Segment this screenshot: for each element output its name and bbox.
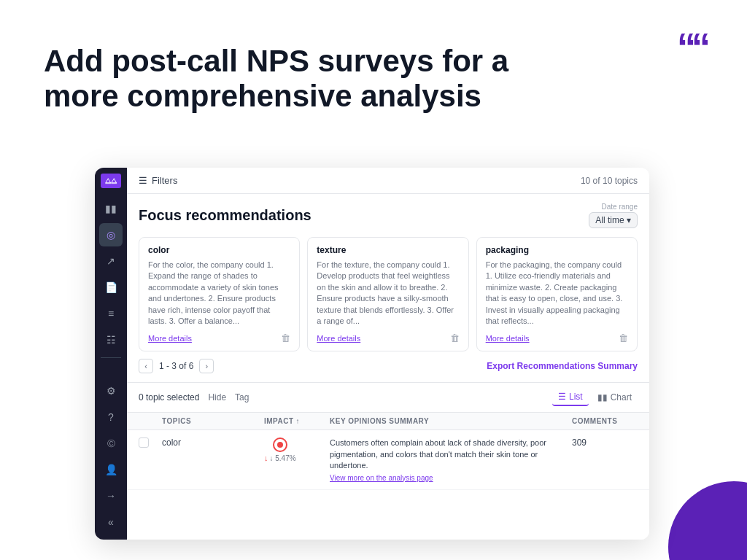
focus-title: Focus recommendations (139, 207, 311, 224)
table-header-summary: KEY OPINIONS SUMMARY (330, 417, 572, 425)
filters-label: Filters (152, 175, 177, 186)
main-content: ☰ Filters 10 of 10 topics Focus recommen… (127, 168, 649, 540)
trash-icon-packaging[interactable]: 🗑 (619, 332, 628, 343)
sidebar-icon-chart[interactable]: ▮▮ (99, 197, 123, 220)
trash-icon-color[interactable]: 🗑 (281, 332, 290, 343)
sidebar-logo[interactable]: ⧋⧋ (101, 174, 121, 188)
pagination-controls: ‹ 1 - 3 of 6 › (139, 359, 214, 373)
list-icon: ☰ (558, 392, 566, 402)
rec-card-packaging: packaging For the packaging, the company… (476, 237, 638, 351)
topics-toolbar: 0 topic selected Hide Tag ☰ List ▮▮ Char… (127, 383, 649, 413)
pagination-text: 1 - 3 of 6 (159, 361, 193, 371)
sidebar-icon-copyright[interactable]: Ⓒ (99, 432, 123, 455)
comments-count: 309 (572, 438, 587, 448)
more-details-color[interactable]: More details (148, 334, 192, 343)
focus-section: Focus recommendations Date range All tim… (127, 194, 649, 383)
tag-button[interactable]: Tag (235, 392, 249, 402)
sidebar-bottom: ⚙ ? Ⓒ 👤 → « (99, 379, 123, 534)
sidebar-icon-settings[interactable]: ⚙ (99, 379, 123, 402)
selected-count: 0 topic selected (139, 392, 199, 402)
table-header-checkbox (139, 417, 162, 425)
filters-icon: ☰ (139, 175, 147, 186)
purple-circle-decoration (668, 481, 747, 560)
card-title-color: color (148, 245, 290, 255)
impact-percentage: ↓ ↓ 5.47% (264, 454, 296, 462)
top-bar: ☰ Filters 10 of 10 topics (127, 168, 649, 194)
trash-icon-texture[interactable]: 🗑 (450, 332, 460, 343)
row-impact: ↓ ↓ 5.47% (264, 438, 330, 462)
row-checkbox[interactable] (139, 438, 162, 448)
rec-card-texture: texture For the texture, the company cou… (307, 237, 468, 351)
list-view-button[interactable]: ☰ List (552, 389, 589, 406)
filters-button[interactable]: ☰ Filters (139, 175, 177, 186)
topics-toolbar-left: 0 topic selected Hide Tag (139, 392, 249, 402)
summary-text: Customers often complain about lack of s… (330, 438, 572, 471)
date-range-control[interactable]: Date range All time ▾ (589, 203, 638, 228)
app-window: ⧋⧋ ▮▮ ◎ ↗ 📄 ≡ ☷ ⚙ ? Ⓒ 👤 → « ☰ Filters 10… (95, 168, 649, 540)
sidebar-icon-target[interactable]: ◎ (99, 223, 123, 246)
impact-indicator (273, 438, 287, 452)
sidebar-icon-grid[interactable]: ☷ (99, 328, 123, 351)
card-title-packaging: packaging (486, 245, 628, 255)
main-heading: Add post-call NPS surveys for a more com… (44, 44, 508, 114)
card-text-packaging: For the packaging, the company could 1. … (486, 260, 628, 327)
chart-view-button[interactable]: ▮▮ Chart (592, 389, 638, 405)
more-details-packaging[interactable]: More details (486, 334, 530, 343)
sidebar-icon-collapse[interactable]: « (99, 510, 123, 534)
topics-toolbar-right: ☰ List ▮▮ Chart (552, 389, 638, 406)
card-text-color: For the color, the company could 1. Expa… (148, 260, 290, 327)
cards-row: color For the color, the company could 1… (139, 237, 638, 351)
chart-icon: ▮▮ (597, 392, 608, 402)
table-header: TOPICS IMPACT↑ KEY OPINIONS SUMMARY COMM… (127, 413, 649, 430)
sidebar-icon-trends[interactable]: ↗ (99, 249, 123, 273)
card-text-texture: For the texture, the company could 1. De… (317, 260, 459, 327)
prev-page-button[interactable]: ‹ (139, 359, 153, 373)
sidebar: ⧋⧋ ▮▮ ◎ ↗ 📄 ≡ ☷ ⚙ ? Ⓒ 👤 → « (95, 168, 127, 540)
date-range-select[interactable]: All time ▾ (589, 212, 638, 228)
table-row: color ↓ ↓ 5.47% Customers often compl (127, 430, 649, 489)
sidebar-icon-exit[interactable]: → (99, 484, 123, 508)
sidebar-icon-user[interactable]: 👤 (99, 458, 123, 481)
table-header-impact[interactable]: IMPACT↑ (264, 417, 330, 425)
quote-decoration: ““ (677, 28, 706, 66)
table-header-topics: TOPICS (162, 417, 264, 425)
topics-section: 0 topic selected Hide Tag ☰ List ▮▮ Char… (127, 383, 649, 540)
row-summary: Customers often complain about lack of s… (330, 438, 572, 481)
more-details-texture[interactable]: More details (317, 334, 360, 343)
table-header-comments: COMMENTS (572, 417, 638, 425)
view-more-link[interactable]: View more on the analysis page (330, 474, 433, 482)
rec-card-color: color For the color, the company could 1… (139, 237, 300, 351)
pagination-row: ‹ 1 - 3 of 6 › Export Recommendations Su… (139, 359, 638, 373)
row-comments: 309 (572, 438, 638, 448)
sidebar-icon-docs[interactable]: 📄 (99, 276, 123, 299)
sidebar-icon-list[interactable]: ≡ (99, 302, 123, 325)
next-page-button[interactable]: › (199, 359, 214, 373)
export-button[interactable]: Export Recommendations Summary (487, 361, 638, 371)
hide-button[interactable]: Hide (208, 392, 226, 402)
card-title-texture: texture (317, 245, 459, 255)
date-range-label: Date range (602, 203, 638, 211)
row-topic-name: color (162, 438, 264, 448)
sidebar-icon-help[interactable]: ? (99, 405, 123, 429)
topics-count: 10 of 10 topics (581, 176, 638, 186)
